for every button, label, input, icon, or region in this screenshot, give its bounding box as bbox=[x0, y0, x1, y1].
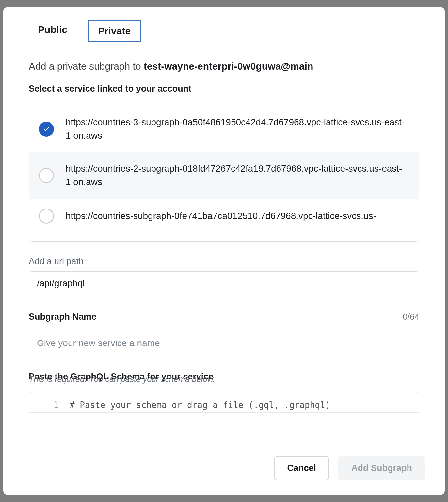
schema-input[interactable]: 1# Paste your schema or drag a file (.gq… bbox=[29, 392, 419, 413]
subgraph-name-input[interactable] bbox=[29, 331, 419, 355]
service-option[interactable]: https://countries-subgraph-0fe741ba7ca01… bbox=[29, 199, 419, 234]
service-option[interactable]: https://countries-3-subgraph-0a50f486195… bbox=[29, 106, 419, 152]
service-list[interactable]: https://countries-3-subgraph-0a50f486195… bbox=[29, 106, 419, 242]
url-path-input[interactable] bbox=[29, 271, 419, 295]
tab-private[interactable]: Private bbox=[88, 20, 141, 42]
visibility-tabs: Public Private bbox=[29, 20, 419, 42]
name-char-counter: 0/64 bbox=[403, 312, 419, 322]
radio-icon[interactable] bbox=[39, 168, 54, 183]
service-url: https://countries-2-subgraph-018fd47267c… bbox=[66, 162, 409, 189]
service-url: https://countries-subgraph-0fe741ba7ca01… bbox=[66, 209, 376, 223]
modal-heading: Add a private subgraph to test-wayne-ent… bbox=[29, 61, 419, 72]
radio-icon[interactable] bbox=[39, 209, 54, 224]
tab-public[interactable]: Public bbox=[29, 20, 76, 40]
code-placeholder: # Paste your schema or drag a file (.gql… bbox=[70, 400, 330, 410]
line-number: 1 bbox=[39, 400, 58, 410]
url-path-label: Add a url path bbox=[29, 257, 419, 267]
add-subgraph-modal: Public Private Add a private subgraph to… bbox=[3, 7, 445, 495]
subgraph-name-label: Subgraph Name bbox=[29, 312, 96, 322]
service-section-label: Select a service linked to your account bbox=[29, 84, 419, 94]
cancel-button[interactable]: Cancel bbox=[274, 456, 329, 480]
service-url: https://countries-3-subgraph-0a50f486195… bbox=[66, 116, 409, 142]
service-option[interactable]: https://countries-2-subgraph-018fd47267c… bbox=[29, 152, 419, 199]
radio-selected-icon[interactable] bbox=[39, 122, 54, 137]
schema-hint: This is required. You can paste your sch… bbox=[29, 375, 419, 384]
add-subgraph-button[interactable]: Add Subgraph bbox=[338, 456, 425, 480]
modal-footer: Cancel Add Subgraph bbox=[3, 441, 445, 495]
